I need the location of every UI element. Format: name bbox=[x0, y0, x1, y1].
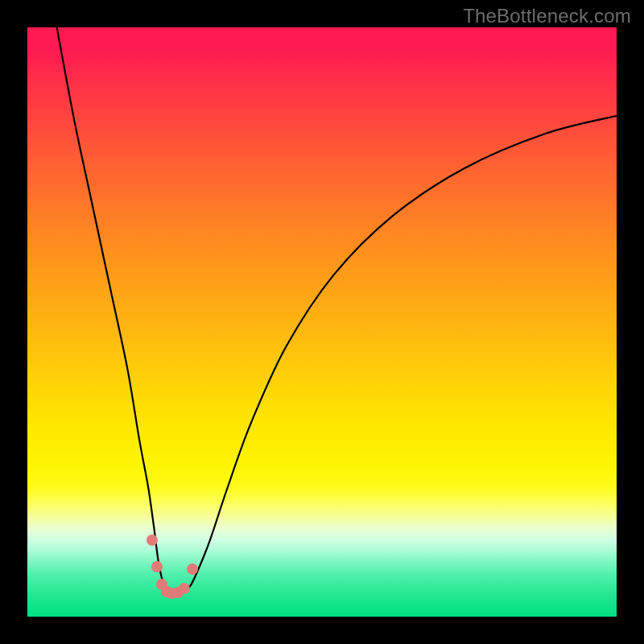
watermark-text: TheBottleneck.com bbox=[463, 5, 631, 27]
curve-path bbox=[57, 27, 617, 594]
bottleneck-curve bbox=[27, 27, 617, 617]
highlight-marker bbox=[147, 535, 158, 546]
chart-plot-area bbox=[27, 27, 617, 617]
highlight-marker bbox=[151, 561, 163, 572]
highlight-marker bbox=[187, 564, 198, 575]
highlight-marker bbox=[179, 583, 190, 594]
